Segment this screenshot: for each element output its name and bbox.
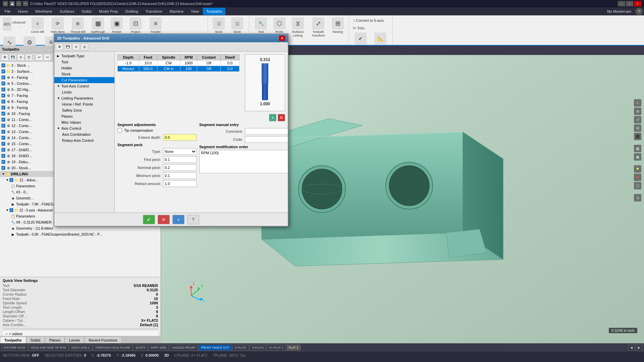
dialog-add-button[interactable]: + [172, 215, 184, 224]
type-select[interactable]: None Chip Break Full Retract [163, 148, 197, 155]
code-input[interactable] [245, 136, 288, 143]
cut-row-2[interactable]: Retract 500.0 CW in 100 Off 0.0 [118, 66, 239, 72]
nav-tool[interactable]: Tool [54, 59, 114, 65]
chip-xflat2[interactable]: X-FLAT2 [250, 345, 266, 351]
tree-check-5[interactable]: ✔ [1, 81, 5, 85]
chip-xplus-flat2[interactable]: FLAT 2 [286, 345, 301, 351]
chip-slots[interactable]: SLOTS [133, 345, 148, 351]
chip-angled-relief[interactable]: ANGLED RELIEF [169, 345, 198, 351]
minimum-peck-input[interactable] [163, 172, 197, 179]
retract-amount-input[interactable] [163, 180, 197, 187]
rt-orbit-btn[interactable]: ↺ [634, 116, 641, 123]
ribbon-nesting-btn[interactable]: ⊞ Nesting [330, 17, 346, 35]
save-icon[interactable]: 💾 [9, 1, 15, 6]
dialog-tb-4[interactable]: ◎ [81, 44, 88, 50]
rt-view3-btn[interactable]: ▣ [634, 153, 641, 161]
chip-fixture[interactable]: FIXTURE FACE [1, 345, 28, 351]
rt-zoom-btn[interactable]: + [634, 99, 641, 107]
dialog-ok-button[interactable]: ✔ [143, 215, 155, 224]
tree-item-22-toolpath[interactable]: ▶ Toolpath - 0.0K - FSAESuspensionBracke… [0, 231, 161, 237]
tree-check-15[interactable]: ✔ [1, 142, 5, 146]
item22-expand-icon[interactable]: ▼ [5, 208, 9, 212]
ribbon-probe-btn[interactable]: ⬡ Probe [271, 17, 287, 35]
tree-check-11[interactable]: ✔ [1, 118, 5, 122]
nav-axis-control[interactable]: ▼ Axis Control [54, 125, 114, 131]
menu-model-prep[interactable]: Model Prep [96, 8, 121, 15]
menu-home[interactable]: Home [15, 8, 31, 15]
dialog-tb-2[interactable]: 💾 [64, 44, 71, 50]
tree-check-10[interactable]: ✔ [1, 112, 5, 116]
tree-check-9[interactable]: ✔ [1, 106, 5, 110]
nav-home-ref[interactable]: Home / Ref. Points [54, 101, 114, 107]
nav-planes[interactable]: Planes [54, 113, 114, 119]
tree-check-19[interactable]: ✔ [1, 160, 5, 164]
menu-file[interactable]: File [1, 8, 14, 15]
seg-remove-button[interactable]: ✕ [278, 114, 285, 121]
menu-transform[interactable]: Transform [142, 8, 166, 15]
menu-solids[interactable]: Solids [78, 8, 95, 15]
tab-planes[interactable]: Planes [45, 337, 65, 343]
chip-xplus-flat1[interactable]: X+ FLAT 1 [267, 345, 285, 351]
nav-safety-zone[interactable]: Safety Zone [54, 107, 114, 113]
tree-check-7[interactable]: ✔ [1, 94, 5, 98]
ribbon-optirough-btn[interactable]: ▦ OptiRough [89, 17, 107, 35]
rt-view2-btn[interactable]: ▦ [634, 145, 641, 152]
tab-toolpaths[interactable]: Toolpaths [0, 337, 26, 343]
tree-check-6[interactable]: ✔ [1, 87, 5, 92]
drilling-expand-icon[interactable]: ▼ [1, 172, 5, 176]
tab-solids[interactable]: Solids [26, 337, 45, 343]
rt-info-btn[interactable]: ⓘ [634, 182, 641, 189]
tree-check-18[interactable]: ✔ [1, 154, 5, 158]
menu-view[interactable]: View [187, 8, 202, 15]
chip-scroll-left[interactable]: ◀ [628, 345, 635, 351]
menu-my-mastercam[interactable]: My Mastercam [604, 8, 635, 15]
seg-add-button[interactable]: + [269, 114, 276, 121]
tree-check-21[interactable]: ✔ [9, 178, 13, 182]
tab-levels[interactable]: Levels [65, 337, 84, 343]
ribbon-stock-btn[interactable]: ◫ Stock [211, 17, 227, 35]
rt-extra-btn[interactable]: ⊙ [634, 194, 641, 201]
seg-mod-textarea[interactable]: RPM {100} [199, 150, 288, 173]
tree-btn-2[interactable]: 💾 [9, 54, 16, 61]
item21-expand-icon[interactable]: ▼ [5, 178, 9, 182]
tree-check-13[interactable]: ✔ [1, 130, 5, 134]
ribbon-project-btn[interactable]: ⊡ Project [126, 17, 145, 35]
tip-compensation-checkbox[interactable] [117, 128, 122, 133]
dialog-cancel-button[interactable]: ✕ [158, 215, 170, 224]
redo-icon[interactable]: ↪ [23, 1, 28, 6]
ribbon-convert5axis-btn[interactable]: ↕ Convert to 5-axis [352, 17, 390, 24]
rt-fit-btn[interactable]: ⊞ [634, 124, 641, 132]
tree-btn-1[interactable]: ⚙ [1, 54, 8, 61]
maximize-button[interactable]: □ [626, 1, 633, 6]
tab-recent-functions[interactable]: Recent Functions [84, 337, 122, 343]
nav-axis-combination[interactable]: Axis Combination [54, 131, 114, 137]
ribbon-trim-btn[interactable]: ✂ Trim [352, 24, 390, 32]
minimize-button[interactable]: — [618, 1, 625, 6]
ribbon-advanced-btn[interactable]: ADV Advanced ... [1, 17, 27, 32]
menu-drafting[interactable]: Drafting [122, 8, 142, 15]
nav-holder[interactable]: Holder [54, 65, 114, 71]
tree-check-8[interactable]: ✔ [1, 100, 5, 104]
dialog-help-button[interactable]: ? [187, 215, 199, 224]
tree-btn-undo[interactable]: ↩ [36, 54, 43, 61]
tree-check-4[interactable]: ✔ [1, 75, 5, 79]
tree-check-2[interactable]: ✔ [1, 63, 5, 67]
first-peck-input[interactable] [163, 156, 197, 163]
rt-flag-btn[interactable]: ⚑ [634, 165, 641, 173]
nav-rotary-axis[interactable]: Rotary Axis Control [54, 137, 114, 143]
comment-input[interactable] [245, 128, 288, 135]
nav-tool-axis[interactable]: ▼ Tool Axis Control [54, 83, 114, 89]
tree-btn-3[interactable]: ⊙ [17, 54, 24, 61]
chip-xflat1[interactable]: X-FLAT1 [232, 345, 249, 351]
chip-hole-side[interactable]: HOLE AND SIDE OF RAD [29, 345, 69, 351]
ribbon-pocket-btn[interactable]: ▣ Pocket [109, 17, 125, 35]
menu-toolpaths[interactable]: Toolpaths [203, 8, 225, 15]
tree-btn-4[interactable]: ⊡ [25, 54, 33, 61]
chip-through-hole[interactable]: THROUGH HOLE PLANE [93, 345, 133, 351]
nav-misc-values[interactable]: Misc Values [54, 119, 114, 125]
menu-machine[interactable]: Machine [166, 8, 187, 15]
ribbon-multiaxis-btn[interactable]: ⧖ Multiaxis Linking [289, 17, 307, 38]
ribbon-toolpath-transform-btn[interactable]: ⤢ Toolpath Transform [308, 17, 328, 38]
dialog-close-button[interactable]: ✕ [279, 36, 285, 41]
chip-front-angle[interactable]: FRONT ANGLE CUT [199, 345, 231, 351]
